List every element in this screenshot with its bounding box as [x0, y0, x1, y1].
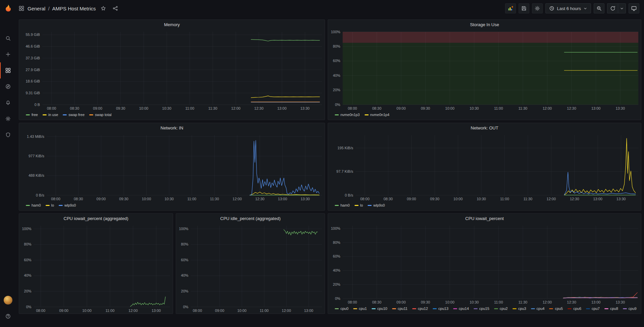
legend-label: cpu9: [629, 306, 637, 311]
legend-swatch: [549, 308, 553, 309]
refresh-button[interactable]: [607, 3, 618, 13]
legend-item-cpu5[interactable]: cpu5: [549, 306, 563, 311]
legend-swatch: [368, 205, 372, 206]
svg-text:11:30: 11:30: [208, 106, 217, 110]
chart-memory[interactable]: 08:0008:3009:0009:3010:0010:3011:0011:30…: [19, 29, 325, 111]
sidebar-configuration-button[interactable]: [0, 111, 16, 127]
save-dashboard-button[interactable]: [519, 3, 529, 13]
share-dashboard-button[interactable]: [111, 4, 120, 13]
legend-item-cpu9[interactable]: cpu9: [623, 306, 637, 311]
chart-storage-in-use[interactable]: 08:0008:3009:0009:3010:0010:3011:0011:30…: [328, 29, 641, 111]
legend-label: wlp9s0: [64, 203, 76, 208]
panel-header-memory[interactable]: Memory: [19, 20, 325, 29]
legend-item-cpu12[interactable]: cpu12: [412, 306, 428, 311]
legend-item-wlp9s0[interactable]: wlp9s0: [59, 203, 76, 208]
svg-text:13:00: 13:00: [152, 309, 161, 313]
legend-item-ham0[interactable]: ham0: [335, 203, 350, 208]
legend-label: cpu12: [418, 306, 428, 311]
legend-swatch: [531, 308, 535, 309]
chart-cpu-iowait-aggregated[interactable]: 08:0009:0010:0011:0012:0013:000%20%40%60…: [19, 223, 173, 314]
legend-item-free[interactable]: free: [26, 112, 38, 117]
svg-text:80%: 80%: [333, 44, 340, 48]
legend-swatch: [355, 205, 359, 206]
dashboard-settings-button[interactable]: [532, 3, 543, 13]
legend-item-cpu3[interactable]: cpu3: [513, 306, 526, 311]
svg-text:09:30: 09:30: [421, 106, 430, 110]
sidebar-search-button[interactable]: [0, 30, 16, 46]
legend-item-swap-total[interactable]: swap total: [89, 112, 112, 117]
svg-text:80%: 80%: [24, 242, 32, 246]
panel-cpu-iowait-percent: CPU iowait_percent08:0008:3009:0009:3010…: [328, 213, 641, 314]
sidebar-server-admin-button[interactable]: [0, 127, 16, 143]
panel-header-network-out[interactable]: Network: OUT: [328, 123, 641, 132]
svg-text:60%: 60%: [24, 258, 32, 262]
legend-item-cpu2[interactable]: cpu2: [494, 306, 508, 311]
legend-label: nvme0n1p3: [340, 112, 360, 117]
zoom-out-time-button[interactable]: [594, 3, 604, 13]
chart-cpu-idle-aggregated[interactable]: 08:0009:0010:0011:0012:0013:000%20%40%60…: [176, 223, 325, 314]
svg-text:12:00: 12:00: [282, 309, 291, 313]
panel-header-cpu-iowait-percent[interactable]: CPU iowait_percent: [328, 214, 641, 223]
chart-network-out[interactable]: 08:0008:3009:0009:3010:0010:3011:0011:30…: [328, 132, 641, 202]
legend-item-cpu8[interactable]: cpu8: [604, 306, 618, 311]
panel-header-network-in[interactable]: Network: IN: [19, 123, 325, 132]
svg-text:08:30: 08:30: [70, 106, 79, 110]
user-avatar-button[interactable]: [0, 292, 16, 308]
top-navbar: General / AMPS Host Metrics Last 6 hour: [0, 0, 644, 17]
legend-item-cpu7[interactable]: cpu7: [586, 306, 600, 311]
legend-item-cpu1[interactable]: cpu1: [353, 306, 367, 311]
help-button[interactable]: [0, 308, 16, 324]
sidebar-create-button[interactable]: [0, 46, 16, 62]
svg-text:12:30: 12:30: [567, 106, 576, 110]
legend-item-cpu11[interactable]: cpu11: [392, 306, 408, 311]
sidebar-dashboards-button[interactable]: [0, 62, 16, 78]
svg-text:977 KiB/s: 977 KiB/s: [29, 154, 45, 158]
svg-text:60%: 60%: [181, 258, 189, 262]
sidebar-alerting-button[interactable]: [0, 95, 16, 111]
legend-item-lo[interactable]: lo: [46, 203, 54, 208]
panel-header-storage-in-use[interactable]: Storage In Use: [328, 20, 641, 29]
svg-text:80%: 80%: [181, 242, 189, 246]
chart-network-in[interactable]: 08:0008:3009:0009:3010:0010:3011:0011:30…: [19, 132, 325, 202]
legend-item-lo[interactable]: lo: [355, 203, 363, 208]
legend-item-ham0[interactable]: ham0: [26, 203, 41, 208]
svg-text:09:00: 09:00: [59, 309, 68, 313]
legend-item-cpu15[interactable]: cpu15: [474, 306, 489, 311]
svg-text:0 B/s: 0 B/s: [36, 193, 45, 197]
time-range-picker[interactable]: Last 6 hours: [545, 3, 591, 13]
panel-title: Network: IN: [161, 125, 183, 130]
legend-item-swap-free[interactable]: swap free: [63, 112, 85, 117]
panel-header-cpu-idle-aggregated[interactable]: CPU idle_percent (aggregated): [176, 214, 325, 223]
breadcrumb-section[interactable]: General: [28, 6, 45, 11]
legend-item-cpu4[interactable]: cpu4: [531, 306, 545, 311]
legend-item-cpu13[interactable]: cpu13: [433, 306, 448, 311]
sidebar-explore-button[interactable]: [0, 78, 16, 95]
panel-title: CPU iowait_percent: [465, 216, 504, 221]
svg-text:11:00: 11:00: [494, 300, 503, 304]
legend-item-cpu14[interactable]: cpu14: [453, 306, 469, 311]
legend-item-cpu10[interactable]: cpu10: [372, 306, 387, 311]
refresh-interval-dropdown[interactable]: [618, 3, 626, 13]
legend-swatch: [623, 308, 627, 309]
cycle-view-mode-button[interactable]: [629, 3, 639, 13]
legend-item-nvme0n1p4[interactable]: nvme0n1p4: [365, 112, 390, 117]
legend-item-nvme0n1p3[interactable]: nvme0n1p3: [335, 112, 360, 117]
legend-swatch: [586, 308, 590, 309]
monitor-icon: [631, 6, 637, 11]
navbar-actions: Last 6 hours: [505, 3, 644, 13]
grafana-logo[interactable]: [0, 0, 16, 17]
breadcrumb: General / AMPS Host Metrics: [18, 4, 120, 13]
star-dashboard-button[interactable]: [99, 4, 108, 13]
svg-text:08:00: 08:00: [36, 309, 45, 313]
legend-item-cpu0[interactable]: cpu0: [335, 306, 348, 311]
legend-item-cpu6[interactable]: cpu6: [568, 306, 581, 311]
legend-item-in-use[interactable]: in use: [43, 112, 58, 117]
chart-cpu-iowait-percent[interactable]: 08:0008:3009:0009:3010:0010:3011:0011:30…: [328, 223, 641, 305]
user-avatar: [4, 296, 12, 305]
add-panel-button[interactable]: [505, 3, 516, 13]
svg-text:10:30: 10:30: [164, 197, 174, 201]
panel-title: Memory: [164, 22, 180, 27]
panel-header-cpu-iowait-aggregated[interactable]: CPU iowait_percent (aggregated): [19, 214, 173, 223]
svg-text:100%: 100%: [331, 226, 340, 230]
legend-item-wlp9s0[interactable]: wlp9s0: [368, 203, 385, 208]
